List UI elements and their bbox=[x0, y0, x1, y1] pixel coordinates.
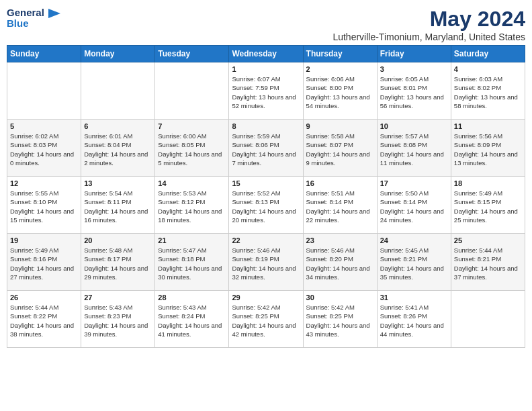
day-number: 14 bbox=[158, 179, 226, 187]
day-info: Sunrise: 6:03 AMSunset: 8:02 PMDaylight:… bbox=[454, 75, 522, 110]
day-cell: 17Sunrise: 5:50 AMSunset: 8:14 PMDayligh… bbox=[377, 177, 451, 234]
day-info: Sunrise: 5:49 AMSunset: 8:16 PMDaylight:… bbox=[10, 246, 78, 281]
day-info: Sunrise: 5:58 AMSunset: 8:07 PMDaylight:… bbox=[306, 132, 374, 167]
day-info: Sunrise: 5:56 AMSunset: 8:09 PMDaylight:… bbox=[454, 132, 522, 167]
day-number: 12 bbox=[10, 179, 78, 187]
day-info: Sunrise: 6:07 AMSunset: 7:59 PMDaylight:… bbox=[232, 75, 300, 110]
day-number: 6 bbox=[84, 122, 152, 130]
day-cell: 11Sunrise: 5:56 AMSunset: 8:09 PMDayligh… bbox=[451, 120, 525, 177]
day-info: Sunrise: 5:44 AMSunset: 8:22 PMDaylight:… bbox=[10, 303, 78, 338]
day-number: 1 bbox=[232, 65, 300, 73]
day-info: Sunrise: 5:50 AMSunset: 8:14 PMDaylight:… bbox=[380, 189, 448, 224]
day-info: Sunrise: 5:57 AMSunset: 8:08 PMDaylight:… bbox=[380, 132, 448, 167]
week-row-1: 1Sunrise: 6:07 AMSunset: 7:59 PMDaylight… bbox=[7, 62, 525, 120]
day-cell: 15Sunrise: 5:52 AMSunset: 8:13 PMDayligh… bbox=[229, 177, 303, 234]
day-info: Sunrise: 6:05 AMSunset: 8:01 PMDaylight:… bbox=[380, 75, 448, 110]
header-saturday: Saturday bbox=[451, 46, 525, 62]
week-row-3: 12Sunrise: 5:55 AMSunset: 8:10 PMDayligh… bbox=[7, 177, 525, 234]
day-cell bbox=[7, 62, 81, 120]
day-cell: 6Sunrise: 6:01 AMSunset: 8:04 PMDaylight… bbox=[81, 120, 155, 177]
day-number: 11 bbox=[454, 122, 522, 130]
day-info: Sunrise: 5:46 AMSunset: 8:20 PMDaylight:… bbox=[306, 246, 374, 281]
day-info: Sunrise: 5:52 AMSunset: 8:13 PMDaylight:… bbox=[232, 189, 300, 224]
header-friday: Friday bbox=[377, 46, 451, 62]
month-title: May 2024 bbox=[332, 7, 525, 32]
day-number: 19 bbox=[10, 236, 78, 244]
day-info: Sunrise: 5:43 AMSunset: 8:23 PMDaylight:… bbox=[84, 303, 152, 338]
day-cell bbox=[81, 62, 155, 120]
header-sunday: Sunday bbox=[7, 46, 81, 62]
day-info: Sunrise: 5:42 AMSunset: 8:25 PMDaylight:… bbox=[306, 303, 374, 338]
logo-icon bbox=[48, 9, 60, 18]
day-info: Sunrise: 5:49 AMSunset: 8:15 PMDaylight:… bbox=[454, 189, 522, 224]
day-cell bbox=[451, 291, 525, 348]
day-number: 20 bbox=[84, 236, 152, 244]
day-number: 9 bbox=[306, 122, 374, 130]
day-cell: 25Sunrise: 5:44 AMSunset: 8:21 PMDayligh… bbox=[451, 234, 525, 291]
day-cell: 12Sunrise: 5:55 AMSunset: 8:10 PMDayligh… bbox=[7, 177, 81, 234]
day-number: 10 bbox=[380, 122, 448, 130]
day-info: Sunrise: 5:51 AMSunset: 8:14 PMDaylight:… bbox=[306, 189, 374, 224]
day-info: Sunrise: 5:53 AMSunset: 8:12 PMDaylight:… bbox=[158, 189, 226, 224]
day-cell: 10Sunrise: 5:57 AMSunset: 8:08 PMDayligh… bbox=[377, 120, 451, 177]
header-wednesday: Wednesday bbox=[229, 46, 303, 62]
day-cell: 7Sunrise: 6:00 AMSunset: 8:05 PMDaylight… bbox=[155, 120, 229, 177]
day-info: Sunrise: 5:42 AMSunset: 8:25 PMDaylight:… bbox=[232, 303, 300, 338]
week-row-5: 26Sunrise: 5:44 AMSunset: 8:22 PMDayligh… bbox=[7, 291, 525, 348]
day-info: Sunrise: 5:54 AMSunset: 8:11 PMDaylight:… bbox=[84, 189, 152, 224]
day-number: 16 bbox=[306, 179, 374, 187]
day-info: Sunrise: 5:48 AMSunset: 8:17 PMDaylight:… bbox=[84, 246, 152, 281]
day-cell bbox=[155, 62, 229, 120]
day-number: 8 bbox=[232, 122, 300, 130]
day-info: Sunrise: 5:55 AMSunset: 8:10 PMDaylight:… bbox=[10, 189, 78, 224]
location-title: Lutherville-Timonium, Maryland, United S… bbox=[332, 32, 525, 42]
calendar-header-row: SundayMondayTuesdayWednesdayThursdayFrid… bbox=[7, 46, 525, 62]
day-cell: 26Sunrise: 5:44 AMSunset: 8:22 PMDayligh… bbox=[7, 291, 81, 348]
day-number: 23 bbox=[306, 236, 374, 244]
day-cell: 3Sunrise: 6:05 AMSunset: 8:01 PMDaylight… bbox=[377, 62, 451, 120]
day-cell: 22Sunrise: 5:46 AMSunset: 8:19 PMDayligh… bbox=[229, 234, 303, 291]
day-info: Sunrise: 6:02 AMSunset: 8:03 PMDaylight:… bbox=[10, 132, 78, 167]
day-number: 17 bbox=[380, 179, 448, 187]
title-area: May 2024 Lutherville-Timonium, Maryland,… bbox=[332, 7, 525, 42]
day-info: Sunrise: 6:01 AMSunset: 8:04 PMDaylight:… bbox=[84, 132, 152, 167]
day-number: 27 bbox=[84, 293, 152, 302]
day-cell: 1Sunrise: 6:07 AMSunset: 7:59 PMDaylight… bbox=[229, 62, 303, 120]
day-info: Sunrise: 5:46 AMSunset: 8:19 PMDaylight:… bbox=[232, 246, 300, 281]
day-number: 3 bbox=[380, 65, 448, 73]
day-number: 28 bbox=[158, 293, 226, 302]
day-cell: 5Sunrise: 6:02 AMSunset: 8:03 PMDaylight… bbox=[7, 120, 81, 177]
day-number: 24 bbox=[380, 236, 448, 244]
day-info: Sunrise: 6:06 AMSunset: 8:00 PMDaylight:… bbox=[306, 75, 374, 110]
day-number: 31 bbox=[380, 293, 448, 302]
svg-marker-0 bbox=[48, 9, 60, 18]
week-row-2: 5Sunrise: 6:02 AMSunset: 8:03 PMDaylight… bbox=[7, 120, 525, 177]
day-number: 13 bbox=[84, 179, 152, 187]
header-monday: Monday bbox=[81, 46, 155, 62]
day-cell: 20Sunrise: 5:48 AMSunset: 8:17 PMDayligh… bbox=[81, 234, 155, 291]
day-cell: 19Sunrise: 5:49 AMSunset: 8:16 PMDayligh… bbox=[7, 234, 81, 291]
day-info: Sunrise: 5:59 AMSunset: 8:06 PMDaylight:… bbox=[232, 132, 300, 167]
week-row-4: 19Sunrise: 5:49 AMSunset: 8:16 PMDayligh… bbox=[7, 234, 525, 291]
header-thursday: Thursday bbox=[303, 46, 377, 62]
day-number: 18 bbox=[454, 179, 522, 187]
day-info: Sunrise: 5:44 AMSunset: 8:21 PMDaylight:… bbox=[454, 246, 522, 281]
day-number: 15 bbox=[232, 179, 300, 187]
day-number: 29 bbox=[232, 293, 300, 302]
day-cell: 24Sunrise: 5:45 AMSunset: 8:21 PMDayligh… bbox=[377, 234, 451, 291]
day-number: 26 bbox=[10, 293, 78, 302]
day-number: 7 bbox=[158, 122, 226, 130]
day-info: Sunrise: 6:00 AMSunset: 8:05 PMDaylight:… bbox=[158, 132, 226, 167]
day-cell: 13Sunrise: 5:54 AMSunset: 8:11 PMDayligh… bbox=[81, 177, 155, 234]
day-info: Sunrise: 5:43 AMSunset: 8:24 PMDaylight:… bbox=[158, 303, 226, 338]
day-number: 4 bbox=[454, 65, 522, 73]
page-header: General Blue May 2024 Lutherville-Timoni… bbox=[7, 7, 525, 42]
logo-general: General bbox=[7, 7, 44, 18]
day-number: 22 bbox=[232, 236, 300, 244]
day-cell: 18Sunrise: 5:49 AMSunset: 8:15 PMDayligh… bbox=[451, 177, 525, 234]
day-cell: 2Sunrise: 6:06 AMSunset: 8:00 PMDaylight… bbox=[303, 62, 377, 120]
header-tuesday: Tuesday bbox=[155, 46, 229, 62]
day-cell: 21Sunrise: 5:47 AMSunset: 8:18 PMDayligh… bbox=[155, 234, 229, 291]
day-info: Sunrise: 5:41 AMSunset: 8:26 PMDaylight:… bbox=[380, 303, 448, 338]
logo: General Blue bbox=[7, 7, 60, 29]
